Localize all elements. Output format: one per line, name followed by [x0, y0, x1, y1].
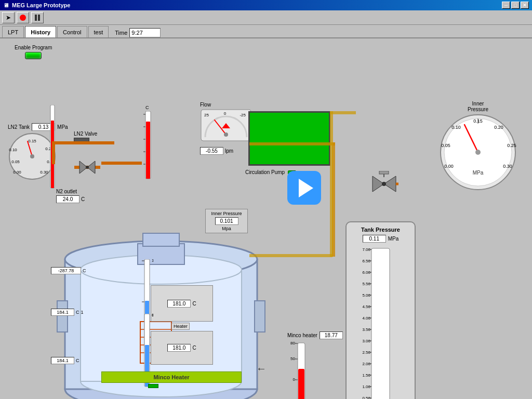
title-bar: 🖥 MEG Large Prototype ─ □ ✕	[0, 0, 532, 10]
flow-label: Flow	[200, 102, 252, 108]
window-icon: 🖥	[3, 2, 9, 8]
svg-text:25: 25	[204, 113, 209, 117]
pipe-tan-top	[330, 111, 356, 114]
n2-outlet-unit: C	[81, 196, 85, 202]
svg-point-50	[475, 150, 481, 155]
ln2-tank-unit: MPa	[57, 124, 68, 130]
arrow-icon: ➤	[6, 14, 11, 21]
tab-bar: LPT History Control test Time	[0, 25, 532, 38]
enable-program-label: Enable Program	[15, 45, 52, 50]
arrow-button[interactable]: ➤	[2, 12, 15, 23]
pause-icon	[35, 15, 40, 21]
svg-rect-85	[298, 369, 304, 399]
svg-point-13	[86, 166, 89, 169]
tank-temp3-unit: C	[76, 358, 79, 363]
svg-point-37	[224, 132, 228, 137]
minimize-button[interactable]: ─	[502, 2, 510, 9]
svg-text:0.05: 0.05	[11, 159, 20, 164]
minco-heater-label: Minco heater	[287, 332, 317, 338]
svg-text:1: 1	[152, 314, 153, 317]
svg-text:MPa: MPa	[473, 170, 484, 176]
svg-text:-100: -100	[47, 155, 47, 160]
minco-heater-bar-label: Minco Heater	[153, 374, 189, 380]
tank-temp2-unit: C	[76, 310, 79, 315]
svg-rect-71	[57, 301, 68, 332]
svg-text:0: 0	[224, 111, 227, 116]
heater-label: Heater	[171, 323, 190, 330]
tank-temp2: 184.1 C 1	[51, 309, 84, 316]
pipe-top-right-h	[249, 142, 335, 145]
svg-text:1: 1	[152, 259, 153, 263]
svg-text:-25: -25	[240, 113, 246, 117]
ln2-tank-section: LN2 Tank 0.13 MPa 0.15 0.20 0.25 0.30 0.…	[8, 123, 68, 182]
pipe-left-v	[52, 141, 55, 164]
main-content: Enable Program LN2 Tank 0.13 MPa 0.15 0.…	[0, 38, 532, 397]
maximize-button[interactable]: □	[511, 2, 520, 9]
record-button[interactable]	[17, 12, 29, 23]
svg-text:50: 50	[290, 356, 295, 361]
inner-pressure-box: Inner Pressure 0.101 Mpa	[205, 209, 248, 233]
tank-temp3-value: 184.1	[51, 357, 74, 364]
enable-program: Enable Program	[15, 45, 52, 59]
pipe-tan-h2	[249, 254, 332, 257]
tank-display1-unit: C	[192, 301, 196, 307]
tab-test[interactable]: test	[88, 26, 109, 37]
svg-text:0: 0	[47, 107, 47, 111]
tank-pressure-unit: MPa	[388, 236, 399, 242]
play-button[interactable]	[287, 171, 321, 205]
svg-text:0.50: 0.50	[362, 396, 370, 399]
tank-temp1: -287.78 C	[51, 267, 86, 274]
window-title: MEG Large Prototype	[12, 2, 70, 8]
tank-display1: 181.0 C	[151, 285, 213, 322]
ln2-tank-label: LN2 Tank	[8, 124, 30, 130]
tank-pressure-container: Tank Pressure 0.11 MPa 7.00 6.50 6.00 5.…	[345, 221, 416, 399]
tank-temp3: 184.1 C	[51, 357, 79, 364]
svg-point-54	[382, 182, 386, 186]
svg-text:0.00: 0.00	[13, 170, 21, 175]
n2-outlet: N2 outlet 24.0 C 0 -50 -100 -150	[56, 188, 85, 203]
svg-text:0.05: 0.05	[441, 143, 450, 148]
svg-text:0: 0	[293, 377, 296, 382]
svg-text:0.15: 0.15	[28, 139, 36, 143]
svg-text:-100: -100	[139, 137, 140, 141]
svg-point-9	[30, 154, 34, 158]
pipe-top-h	[101, 162, 142, 165]
play-icon	[299, 179, 313, 197]
minco-heater-thermo: Minco heater 18.77 80 50 0 -50 -120 ←	[287, 331, 343, 399]
enable-program-led[interactable]	[25, 52, 42, 59]
flow-unit: lpm	[225, 148, 233, 154]
close-button[interactable]: ✕	[521, 2, 529, 9]
svg-rect-15	[146, 122, 150, 179]
green-display	[248, 111, 330, 166]
n2-outlet-label: N2 outlet	[56, 189, 77, 194]
svg-text:0.25: 0.25	[507, 143, 516, 148]
tab-control[interactable]: Control	[57, 26, 87, 37]
n2-outlet-value: 24.0	[56, 195, 79, 203]
svg-text:-95: -95	[139, 124, 140, 129]
flow-value: -0.55	[200, 147, 223, 155]
svg-text:0.30: 0.30	[503, 164, 512, 169]
svg-text:-90: -90	[139, 112, 140, 116]
tank-temp1-unit: C	[83, 268, 86, 273]
tab-lpt[interactable]: LPT	[2, 26, 24, 37]
pipe-gauge-h	[52, 141, 114, 144]
svg-rect-72	[255, 301, 265, 332]
valve-right-symbol	[370, 171, 398, 198]
time-input[interactable]	[129, 28, 161, 37]
svg-text:-50: -50	[47, 129, 47, 134]
svg-text:-105: -105	[139, 149, 140, 154]
pause-button[interactable]	[31, 12, 44, 23]
svg-text:0.20: 0.20	[494, 125, 503, 130]
minco-heater-bar: Minco Heater	[101, 371, 242, 383]
svg-text:-150: -150	[47, 178, 47, 183]
inner-pressure-box-label: Inner Pressure	[211, 211, 242, 216]
svg-rect-56	[379, 171, 389, 174]
tank-display1-value: 181.0	[167, 300, 191, 308]
tank-temp2-value: 184.1	[51, 309, 74, 316]
circ-pump-label: Circulation Pump	[245, 169, 285, 175]
svg-text:0.10: 0.10	[451, 125, 461, 130]
tank-pressure-label: Tank Pressure	[361, 227, 400, 233]
inner-pressure-title: InnerPressure	[468, 101, 488, 112]
tab-history[interactable]: History	[25, 26, 56, 37]
flow-meter: Flow 25 0 -25 -0.55 lpm	[200, 102, 252, 155]
